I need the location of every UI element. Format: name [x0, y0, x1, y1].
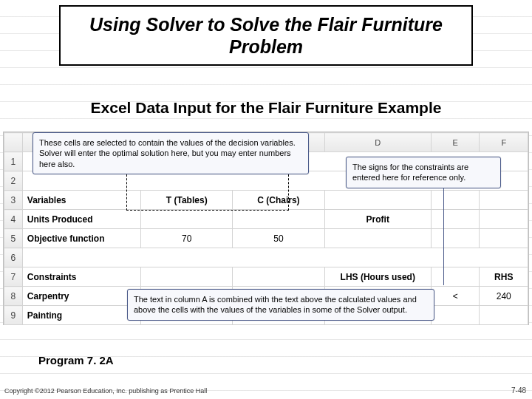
slide-title-text: Using Solver to Solve the Flair Furnitur… — [61, 13, 471, 58]
rowhdr-2: 2 — [4, 171, 23, 191]
rowhdr-9: 9 — [4, 306, 23, 325]
cell-A7: Constraints — [22, 267, 140, 287]
cell-E8: < — [432, 287, 480, 306]
callout-right: The signs for the constraints are entere… — [346, 157, 501, 188]
cell-B5: 70 — [141, 229, 233, 248]
corner-cell — [4, 133, 23, 152]
rowhdr-3: 3 — [4, 191, 23, 210]
row-5: 5 Objective function 70 50 — [4, 229, 528, 248]
cell-B3: T (Tables) — [141, 191, 233, 210]
page-number: 7-48 — [511, 386, 526, 395]
row-4: 4 Units Produced Profit — [4, 210, 528, 229]
rowhdr-5: 5 — [4, 229, 23, 248]
rowhdr-6: 6 — [4, 248, 23, 267]
col-E: E — [432, 133, 480, 152]
program-label: Program 7. 2A — [38, 354, 114, 366]
callout-top: These cells are selected to contain the … — [33, 132, 309, 174]
callout-top-text: These cells are selected to contain the … — [39, 138, 296, 168]
cell-D4: Profit — [324, 210, 432, 229]
copyright: Copyright ©2012 Pearson Education, Inc. … — [4, 387, 207, 395]
cell-C3: C (Chairs) — [233, 191, 324, 210]
cell-F7: RHS — [480, 267, 528, 287]
cell-A3: Variables — [22, 191, 140, 210]
callout-bottom-text: The text in column A is combined with th… — [134, 295, 417, 314]
cell-D7: LHS (Hours used) — [324, 267, 432, 287]
rowhdr-1: 1 — [4, 152, 23, 171]
cell-A8: Carpentry — [22, 287, 140, 306]
callout-right-text: The signs for the constraints are entere… — [352, 163, 468, 182]
rowhdr-8: 8 — [4, 287, 23, 306]
row-6: 6 — [4, 248, 528, 267]
cell-A5: Objective function — [22, 229, 140, 248]
rowhdr-4: 4 — [4, 210, 23, 229]
subtitle: Excel Data Input for the Flair Furniture… — [0, 99, 532, 117]
row-3: 3 Variables T (Tables) C (Chairs) — [4, 191, 528, 210]
callout-right-leader — [443, 183, 444, 285]
callout-bottom: The text in column A is combined with th… — [127, 289, 434, 321]
rowhdr-7: 7 — [4, 267, 23, 287]
col-F: F — [480, 133, 528, 152]
cell-C5: 50 — [233, 229, 324, 248]
col-D: D — [324, 133, 432, 152]
cell-F8: 240 — [480, 287, 528, 306]
cell-A4: Units Produced — [22, 210, 140, 229]
cell-A9: Painting — [22, 306, 140, 325]
row-7: 7 Constraints LHS (Hours used) RHS — [4, 267, 528, 287]
slide-title: Using Solver to Solve the Flair Furnitur… — [59, 5, 473, 66]
